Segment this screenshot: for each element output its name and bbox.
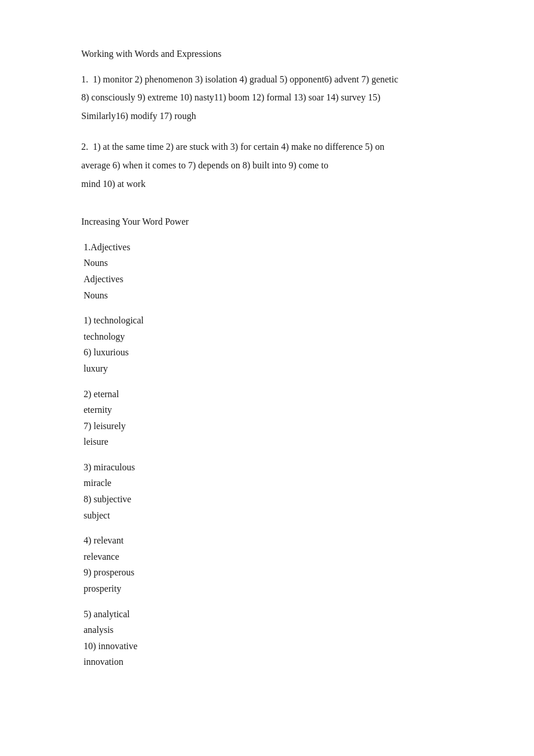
header-adjectives2: Adjectives	[81, 272, 453, 287]
group1-line4: luxury	[81, 361, 453, 376]
exercise1-label: 1.	[81, 74, 88, 84]
section-words-expressions: Working with Words and Expressions 1. 1)…	[81, 46, 453, 191]
group1-line3: 6) luxurious	[81, 345, 453, 360]
exercise1-line3: Similarly16) modify 17) rough	[81, 109, 453, 124]
group5-line4: innovation	[81, 654, 453, 669]
group3-line1: 3) miraculous	[81, 460, 453, 475]
section1-title: Working with Words and Expressions	[81, 46, 453, 62]
exercise1-line1: 1. 1) monitor 2) phenomenon 3) isolation…	[81, 72, 453, 87]
adjectives-nouns-header: 1.Adjectives Nouns Adjectives Nouns	[81, 240, 453, 303]
group2-line2: eternity	[81, 402, 453, 417]
word-group-3: 3) miraculous miracle 8) subjective subj…	[81, 460, 453, 523]
group1-line2: technology	[81, 329, 453, 344]
exercise2-block: 2. 1) at the same time 2) are stuck with…	[81, 139, 453, 191]
exercise1-line2: 8) consciously 9) extreme 10) nasty11) b…	[81, 90, 453, 105]
group5-line3: 10) innovative	[81, 639, 453, 654]
group3-line2: miracle	[81, 476, 453, 491]
word-group-2: 2) eternal eternity 7) leisurely leisure	[81, 387, 453, 449]
exercise2-line2: average 6) when it comes to 7) depends o…	[81, 158, 453, 173]
word-group-1: 1) technological technology 6) luxurious…	[81, 313, 453, 376]
word-group-5: 5) analytical analysis 10) innovative in…	[81, 607, 453, 669]
exercise2-line3: mind 10) at work	[81, 177, 453, 192]
group4-line1: 4) relevant	[81, 533, 453, 548]
header-adjectives: 1.Adjectives	[81, 240, 453, 255]
section-word-power: Increasing Your Word Power 1.Adjectives …	[81, 214, 453, 669]
section2-title: Increasing Your Word Power	[81, 214, 453, 229]
exercise1-block: 1. 1) monitor 2) phenomenon 3) isolation…	[81, 72, 453, 124]
exercise1-text-line1: 1) monitor 2) phenomenon 3) isolation 4)…	[93, 74, 398, 84]
group4-line2: relevance	[81, 549, 453, 564]
header-nouns2: Nouns	[81, 288, 453, 303]
group2-line4: leisure	[81, 434, 453, 449]
group3-line4: subject	[81, 508, 453, 523]
group1-line1: 1) technological	[81, 313, 453, 328]
group5-line2: analysis	[81, 622, 453, 638]
exercise2-label: 2.	[81, 142, 88, 152]
header-nouns1: Nouns	[81, 255, 453, 271]
exercise2-line1: 2. 1) at the same time 2) are stuck with…	[81, 139, 453, 154]
group2-line1: 2) eternal	[81, 387, 453, 402]
exercise2-text-line1: 1) at the same time 2) are stuck with 3)…	[93, 142, 384, 152]
group3-line3: 8) subjective	[81, 492, 453, 507]
group2-line3: 7) leisurely	[81, 419, 453, 434]
word-group-4: 4) relevant relevance 9) prosperous pros…	[81, 533, 453, 596]
group4-line4: prosperity	[81, 581, 453, 596]
group5-line1: 5) analytical	[81, 607, 453, 622]
group4-line3: 9) prosperous	[81, 565, 453, 580]
